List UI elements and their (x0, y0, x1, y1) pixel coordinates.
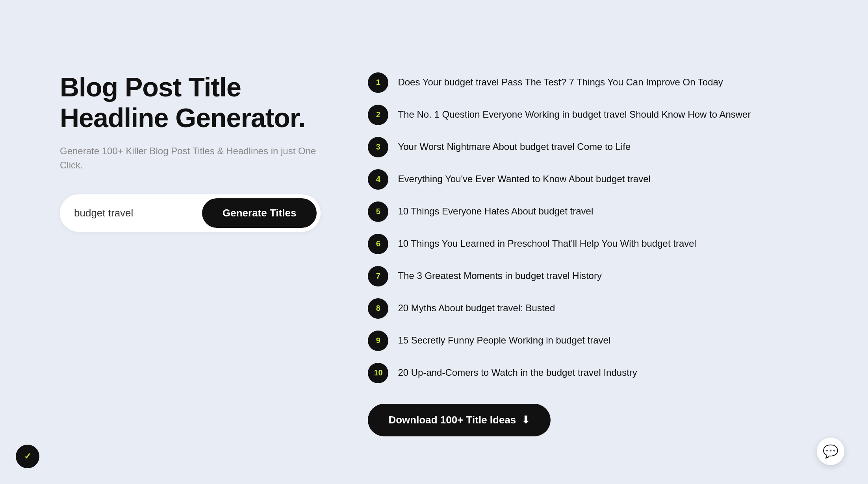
title-text: The 3 Greatest Moments in budget travel … (398, 265, 602, 283)
title-item: 820 Myths About budget travel: Busted (368, 297, 808, 319)
number-badge: 1 (368, 72, 388, 93)
app-title: Blog Post Title Headline Generator. (60, 72, 321, 133)
title-text: Everything You've Ever Wanted to Know Ab… (398, 168, 650, 186)
download-button[interactable]: Download 100+ Title Ideas ⬇ (368, 404, 551, 436)
number-badge: 3 (368, 137, 388, 157)
title-item: 2The No. 1 Question Everyone Working in … (368, 104, 808, 125)
chat-button[interactable]: 💬 (817, 438, 844, 465)
number-badge: 9 (368, 331, 388, 351)
bottom-left-badge: ✓ (16, 445, 39, 468)
number-badge: 6 (368, 234, 388, 254)
title-item: 510 Things Everyone Hates About budget t… (368, 201, 808, 222)
title-item: 610 Things You Learned in Preschool That… (368, 233, 808, 254)
chat-icon: 💬 (823, 444, 838, 459)
number-badge: 7 (368, 266, 388, 286)
left-panel: Blog Post Title Headline Generator. Gene… (60, 48, 321, 232)
title-text: 20 Myths About budget travel: Busted (398, 297, 555, 315)
title-text: The No. 1 Question Everyone Working in b… (398, 104, 751, 122)
title-item: 1020 Up-and-Comers to Watch in the budge… (368, 362, 808, 383)
number-badge: 10 (368, 363, 388, 383)
title-item: 1Does Your budget travel Pass The Test? … (368, 72, 808, 93)
number-badge: 8 (368, 298, 388, 319)
titles-list: 1Does Your budget travel Pass The Test? … (368, 72, 808, 383)
download-icon: ⬇ (521, 414, 530, 426)
number-badge: 5 (368, 201, 388, 222)
number-badge: 4 (368, 169, 388, 190)
right-panel: 1Does Your budget travel Pass The Test? … (368, 48, 808, 436)
title-text: Does Your budget travel Pass The Test? 7… (398, 72, 723, 89)
download-button-label: Download 100+ Title Ideas (388, 414, 516, 426)
title-text: Your Worst Nightmare About budget travel… (398, 136, 631, 154)
title-text: 10 Things Everyone Hates About budget tr… (398, 201, 593, 218)
title-item: 915 Secretly Funny People Working in bud… (368, 330, 808, 351)
page-container: Blog Post Title Headline Generator. Gene… (0, 0, 868, 484)
title-text: 20 Up-and-Comers to Watch in the budget … (398, 362, 637, 380)
number-badge: 2 (368, 105, 388, 125)
main-layout: Blog Post Title Headline Generator. Gene… (60, 48, 808, 436)
keyword-input[interactable] (74, 204, 202, 222)
input-row: Generate Titles (60, 194, 321, 232)
title-text: 15 Secretly Funny People Working in budg… (398, 330, 610, 347)
badge-icon: ✓ (24, 451, 31, 462)
title-item: 4Everything You've Ever Wanted to Know A… (368, 168, 808, 190)
title-text: 10 Things You Learned in Preschool That'… (398, 233, 696, 251)
title-item: 3Your Worst Nightmare About budget trave… (368, 136, 808, 157)
title-item: 7The 3 Greatest Moments in budget travel… (368, 265, 808, 286)
generate-button[interactable]: Generate Titles (202, 198, 317, 228)
app-subtitle: Generate 100+ Killer Blog Post Titles & … (60, 144, 321, 172)
